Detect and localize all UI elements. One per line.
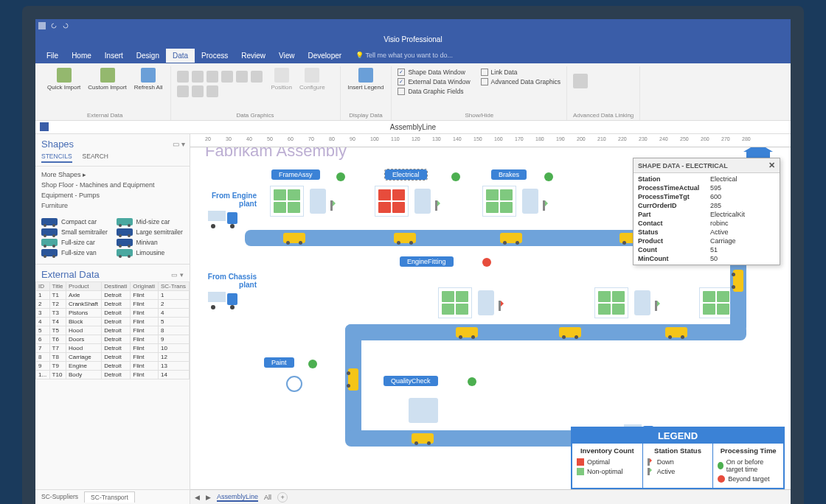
- stencil-item[interactable]: Furniture: [41, 200, 184, 211]
- pane-controls[interactable]: ▭ ▾: [171, 271, 184, 279]
- car-icon[interactable]: [394, 233, 416, 243]
- table-row[interactable]: 3T3PistonsDetroitFlint4: [36, 309, 190, 318]
- position-button[interactable]: Position: [270, 66, 294, 92]
- shape-item[interactable]: Full-size car: [41, 239, 109, 246]
- stencil-item[interactable]: Shop Floor - Machines and Equipment: [41, 180, 184, 190]
- graphic-style-icon[interactable]: [177, 85, 189, 97]
- table-row[interactable]: 4T4BlockDetroitFlint5: [36, 318, 190, 326]
- tab-review[interactable]: Review: [235, 49, 272, 63]
- graphic-style-icon[interactable]: [192, 85, 204, 97]
- tab-developer[interactable]: Developer: [302, 49, 349, 63]
- tab-design[interactable]: Design: [130, 49, 166, 63]
- tab-home[interactable]: Home: [65, 49, 98, 63]
- shape-data-panel[interactable]: SHAPE DATA - ELECTRICAL✕ StationElectric…: [633, 158, 780, 265]
- close-icon[interactable]: ✕: [768, 161, 775, 170]
- table-header[interactable]: Destinati: [102, 282, 131, 291]
- shape-item[interactable]: Full-size van: [41, 249, 109, 256]
- equipment-icon[interactable]: [634, 290, 650, 315]
- machine-icon[interactable]: [482, 186, 516, 217]
- node-frameassy[interactable]: FrameAssy: [271, 169, 320, 180]
- adv-link-icon[interactable]: [573, 74, 588, 88]
- graphic-style-icon[interactable]: [206, 71, 218, 83]
- node-electrical[interactable]: Electrical: [385, 169, 427, 180]
- sheet-nav-icon[interactable]: ▶: [206, 494, 211, 501]
- machine-icon[interactable]: [699, 287, 733, 318]
- node-qualitycheck[interactable]: QualityCheck: [384, 376, 438, 386]
- quick-import-button[interactable]: Quick Import: [46, 66, 82, 92]
- tab-data[interactable]: Data: [166, 49, 195, 63]
- machine-icon[interactable]: [438, 287, 472, 318]
- table-row[interactable]: 6T6DoorsDetroitFlint9: [36, 335, 190, 344]
- table-header[interactable]: Originati: [131, 282, 159, 291]
- sheet-tab-all[interactable]: All: [264, 494, 271, 501]
- machine-icon[interactable]: [594, 287, 628, 318]
- cb-shape-data-window[interactable]: ✓Shape Data Window: [398, 69, 470, 76]
- tell-me-search[interactable]: 💡 Tell me what you want to do...: [355, 52, 453, 59]
- cb-link-data[interactable]: Link Data: [481, 69, 561, 76]
- table-row[interactable]: 2T2CrankShaftDetroitFlint2: [36, 300, 190, 309]
- node-enginefitting[interactable]: EngineFitting: [400, 256, 454, 267]
- shape-item[interactable]: Small semitrailer: [41, 228, 109, 236]
- equipment-icon[interactable]: [310, 189, 326, 214]
- car-icon[interactable]: [500, 233, 522, 243]
- equipment-icon[interactable]: [522, 189, 538, 214]
- undo-icon[interactable]: [50, 22, 58, 29]
- node-paint[interactable]: Paint: [264, 357, 294, 368]
- quick-access-toolbar[interactable]: [35, 19, 791, 32]
- tab-file[interactable]: File: [40, 49, 65, 63]
- graphic-style-icon[interactable]: [221, 71, 233, 83]
- configure-button[interactable]: Configure: [298, 66, 327, 92]
- car-icon[interactable]: [665, 327, 687, 337]
- car-icon[interactable]: [283, 233, 305, 243]
- cb-external-data-window[interactable]: ✓External Data Window: [398, 78, 470, 85]
- tab-view[interactable]: View: [272, 49, 302, 63]
- node-brakes[interactable]: Brakes: [491, 169, 527, 180]
- save-icon[interactable]: [38, 22, 46, 29]
- graphic-style-icon[interactable]: [251, 71, 263, 83]
- table-header[interactable]: ID: [36, 282, 50, 291]
- shape-item[interactable]: Compact car: [41, 218, 109, 225]
- shape-item[interactable]: Mid-size car: [117, 218, 184, 225]
- cb-data-graphic-fields[interactable]: Data Graphic Fields: [398, 88, 470, 95]
- insert-legend-button[interactable]: Insert Legend: [347, 66, 386, 92]
- table-header[interactable]: SC-Trans: [158, 282, 189, 291]
- shape-item[interactable]: Minivan: [117, 239, 184, 246]
- refresh-all-button[interactable]: Refresh All: [133, 66, 164, 92]
- equipment-icon[interactable]: [478, 290, 494, 315]
- table-row[interactable]: 1T1AxleDetroitFlint1: [36, 291, 190, 300]
- ed-tab-transport[interactable]: SC-Transport: [84, 491, 135, 503]
- tab-process[interactable]: Process: [195, 49, 235, 63]
- sheet-nav-icon[interactable]: ◀: [195, 494, 200, 501]
- table-row[interactable]: 7T7HoodDetroitFlint10: [36, 344, 190, 353]
- canvas-area[interactable]: 2030405060708090100110120130140150160170…: [190, 134, 791, 504]
- tab-insert[interactable]: Insert: [98, 49, 130, 63]
- car-icon[interactable]: [733, 270, 743, 292]
- truck-icon[interactable]: [208, 211, 237, 227]
- bulb-icon[interactable]: [286, 376, 302, 392]
- tab-search-shapes[interactable]: SEARCH: [83, 153, 108, 163]
- table-row[interactable]: 9T9EngineDetroitFlint13: [36, 362, 190, 371]
- more-shapes-button[interactable]: More Shapes ▸: [41, 169, 184, 180]
- car-icon[interactable]: [412, 433, 434, 444]
- truck-icon[interactable]: [208, 292, 237, 308]
- cb-advanced-graphics[interactable]: Advanced Data Graphics: [481, 78, 561, 85]
- machine-icon[interactable]: [375, 186, 409, 217]
- car-icon[interactable]: [559, 327, 581, 337]
- graphic-style-icon[interactable]: [206, 85, 218, 97]
- bag-icon[interactable]: [409, 398, 438, 423]
- tab-stencils[interactable]: STENCILS: [41, 153, 72, 163]
- graphic-style-icon[interactable]: [177, 71, 189, 83]
- pane-controls[interactable]: ▭ ▾: [173, 140, 185, 148]
- custom-import-button[interactable]: Custom Import: [86, 66, 128, 92]
- graphic-style-icon[interactable]: [192, 71, 204, 83]
- table-header[interactable]: Title: [49, 282, 66, 291]
- shape-item[interactable]: Limousine: [117, 249, 184, 256]
- car-icon[interactable]: [456, 327, 478, 337]
- sheet-tab-assemblyline[interactable]: AssemblyLine: [217, 493, 258, 502]
- car-icon[interactable]: [348, 368, 358, 391]
- table-header[interactable]: Product: [66, 282, 101, 291]
- table-row[interactable]: 1...T10BodyDetroitFlint14: [36, 371, 190, 379]
- shape-item[interactable]: Large semitrailer: [117, 228, 184, 236]
- add-sheet-button[interactable]: +: [277, 492, 288, 503]
- external-data-table[interactable]: IDTitleProductDestinatiOriginatiSC-Trans…: [35, 281, 190, 489]
